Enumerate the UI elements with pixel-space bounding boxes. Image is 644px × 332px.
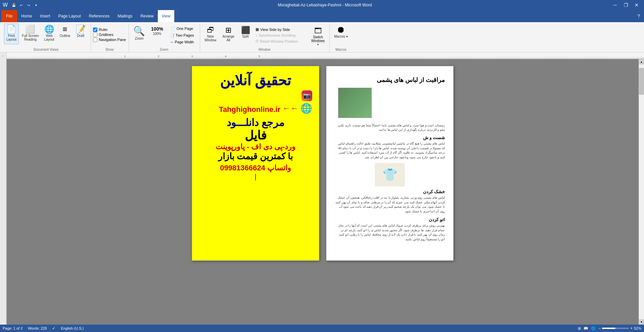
zoom-out-icon[interactable]: − [598,326,601,331]
file-menu[interactable]: File [1,10,17,22]
right-scrollbar: ▲ ▼ [639,59,644,325]
layout-view-icon[interactable]: ⊞ [578,326,581,331]
print-layout-label: PrintLayout [6,34,16,41]
arrange-all-icon: ⊞ [225,27,231,34]
page1-price: با کمترین قیمت بازار [218,151,293,162]
restore-button[interactable]: ❐ [621,2,631,8]
arrows-icon: ←← [282,103,298,113]
page2-section3-text: بهترین روش برای بزطرف کردن چروک لباس های… [335,223,445,242]
shirt-image: 👕 [375,163,405,186]
zoom-group-label: Zoom [131,47,197,52]
insert-menu[interactable]: Insert [36,10,54,22]
web-view-icon[interactable]: 🌐 [591,326,596,331]
page1-formats: ورد-پی دی اف - پاورپوینت [216,142,295,151]
ribbon: 📄 PrintLayout ⬜ Full ScreenReading 🌐 Web… [0,22,644,52]
nav-pane-label: Navigation Pane [99,38,126,42]
full-screen-reading-button[interactable]: ⬜ Full ScreenReading [19,24,41,44]
macros-label: Macros ▾ [334,35,348,38]
two-pages-button[interactable]: 📑 Two Pages [167,32,197,38]
page2-caption: زمستان است و هوا سرد، و لباس های پشمی با… [335,123,445,132]
horizontal-ruler: 1 2 3 4 5 [7,52,644,59]
print-layout-button[interactable]: 📄 PrintLayout [4,24,19,44]
save-quick-button[interactable]: 💾 [10,2,17,8]
reset-window-icon: ⊡ [256,39,259,43]
chevron-down-icon: ▾ [317,43,319,46]
switch-windows-arrow[interactable]: ▾ [311,43,325,46]
one-page-button[interactable]: 📄 One Page [167,26,197,32]
sync-scrolling-button[interactable]: ↕ Synchronous Scrolling [254,33,308,38]
switch-windows-button[interactable]: 🗔 SwitchWindows ▾ [309,25,327,46]
title-bar-left: W 💾 ↩ ↪ ▾ [3,2,39,8]
window-controls: ─ ❐ ✕ [610,2,641,8]
svg-text:1: 1 [124,55,126,58]
page1-subtitle: مرجع دانلـــود [227,117,284,128]
undo-quick-button[interactable]: ↩ [18,2,25,8]
gridlines-checkbox-label[interactable]: Gridlines [93,33,126,37]
zoom-level[interactable]: 52% [634,326,641,330]
language-indicator[interactable]: English (U.S.) [61,326,84,330]
review-menu[interactable]: Review [136,10,157,22]
web-layout-button[interactable]: 🌐 WebLayout [42,24,57,44]
page-info: Page: 1 of 2 [3,326,22,330]
scroll-thumb[interactable] [639,68,644,95]
macros-group-label: Macros [332,47,350,52]
scroll-down-button[interactable]: ▼ [639,319,644,325]
switch-windows-icon: 🗔 [314,27,322,35]
customize-quick-button[interactable]: ▾ [33,2,39,8]
show-label: Show [93,47,126,52]
document-views-group: 📄 PrintLayout ⬜ Full ScreenReading 🌐 Web… [3,24,91,52]
redo-quick-button[interactable]: ↪ [25,2,32,8]
arrange-all-label: ArrangeAll [222,35,234,42]
word-logo-icon: W [3,2,8,8]
macros-button[interactable]: ⏺ Macros ▾ [332,24,350,44]
close-button[interactable]: ✕ [632,2,641,8]
window-group-label: Window [202,47,327,52]
shirt-image-container: 👕 [335,163,445,186]
zoom-button[interactable]: 🔍 Zoom [131,25,147,46]
full-screen-label: Full ScreenReading [22,34,39,41]
mailings-menu[interactable]: Mailings [113,10,136,22]
arrange-all-button[interactable]: ⊞ ArrangeAll [220,25,237,46]
page2-image-container [335,88,445,121]
page-layout-menu[interactable]: Page Layout [54,10,85,22]
gridlines-label: Gridlines [99,33,113,37]
reset-window-label: Reset Window Position [260,39,298,43]
draft-button[interactable]: 📝 Draft [73,24,88,44]
page-width-button[interactable]: ↔ Page Width [167,39,197,45]
split-button[interactable]: ⬛ Split [238,25,253,46]
zoom-in-icon[interactable]: + [630,326,633,331]
show-group: Ruler Gridlines Navigation Pane Show [92,24,129,52]
nav-pane-checkbox-label[interactable]: Navigation Pane [93,38,126,42]
scroll-track[interactable] [639,65,644,319]
home-menu[interactable]: Home [17,10,36,22]
new-window-button[interactable]: 🗗 NewWindow [202,25,219,46]
two-pages-label: 📑 Two Pages [170,33,194,38]
page2-title: مراقبت از لباس های پشمی [335,76,445,84]
quick-access-toolbar: 💾 ↩ ↪ ▾ [10,2,39,8]
page1-content: تحقیق آنلاین 📷 Tahghighonline.ir ←← 🌐 مر… [192,66,319,260]
view-menu[interactable]: View [158,10,175,22]
zoom-track[interactable] [602,328,629,329]
outline-label: Outline [60,34,71,38]
page2-fabric-image [338,88,372,118]
scroll-up-button[interactable]: ▲ [639,59,644,65]
page1-file: فایل [245,128,267,142]
outline-button[interactable]: ≡ Outline [57,24,73,44]
zoom-100-button[interactable]: 100% 100% [149,25,166,46]
spell-check-icon[interactable]: ✓ [52,326,55,331]
minimize-button[interactable]: ─ [610,2,620,8]
nav-pane-checkbox[interactable] [93,38,97,42]
page-width-label: ↔ Page Width [170,40,194,44]
page2-section3-title: اتو کردن [335,217,445,222]
read-view-icon[interactable]: 📖 [584,326,588,331]
ruler-checkbox-label[interactable]: Ruler [93,28,126,32]
new-window-label: NewWindow [204,35,217,42]
svg-text:2: 2 [158,55,159,58]
reset-window-button[interactable]: ⊡ Reset Window Position [254,38,308,44]
gridlines-checkbox[interactable] [93,33,97,37]
help-icon[interactable]: ? [635,13,643,19]
ruler-checkbox[interactable] [93,28,97,32]
view-side-by-side-button[interactable]: ▦ View Side by Side [254,27,308,32]
references-menu[interactable]: References [85,10,113,22]
full-screen-icon: ⬜ [25,25,35,33]
